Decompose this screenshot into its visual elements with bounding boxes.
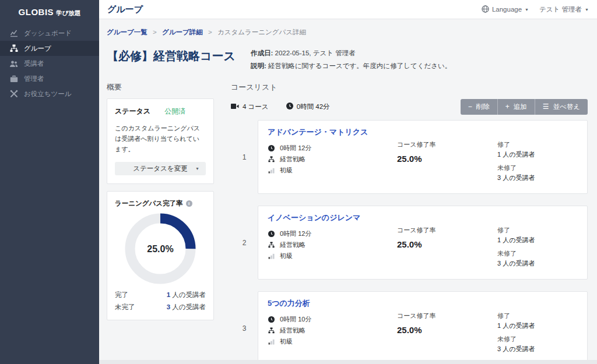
completion-rate-value: 25.0% <box>397 154 497 164</box>
change-status-button[interactable]: ステータスを変更 ▼ <box>115 162 206 175</box>
delete-label: 削除 <box>476 103 490 111</box>
user-menu[interactable]: テスト 管理者 ▼ <box>539 5 589 14</box>
course-title-link[interactable]: 5つの力分析 <box>268 298 310 309</box>
done-label: 修了 <box>497 140 578 149</box>
done-learners: 1 人の受講者 <box>497 321 578 330</box>
breadcrumb-group-list[interactable]: グループ一覧 <box>107 29 148 36</box>
sidebar-item-dashboard[interactable]: ダッシュボード <box>0 26 99 41</box>
course-category: 経営戦略 <box>268 154 397 165</box>
completion-rate-value: 25.0% <box>397 239 497 249</box>
course-title-link[interactable]: イノベーションのジレンマ <box>268 213 360 223</box>
undone-label: 未修了 <box>497 164 578 172</box>
done-learners: 1 人の受講者 <box>497 236 578 245</box>
category-sitemap-icon <box>268 156 275 162</box>
course-count-label: 4 コース <box>243 103 269 111</box>
donut-center-label: 25.0% <box>147 244 173 254</box>
logo-suffix-text: 学び放題 <box>56 9 80 17</box>
dashboard-chart-icon <box>9 29 18 38</box>
course-category: 経営戦略 <box>268 239 397 250</box>
sort-label: 並べ替え <box>553 103 580 111</box>
level-icon <box>268 167 275 174</box>
info-icon[interactable]: i <box>186 200 192 207</box>
course-card: アドバンテージ・マトリクス 0時間 12分 <box>258 120 588 194</box>
course-title-link[interactable]: アドバンテージ・マトリクス <box>268 127 368 137</box>
users-icon <box>9 59 18 68</box>
briefcase-icon <box>9 75 18 83</box>
delete-button[interactable]: − 削除 <box>461 99 498 115</box>
breadcrumb-separator: > <box>153 29 157 36</box>
chevron-down-icon: ▼ <box>525 8 529 12</box>
breadcrumb-group-detail[interactable]: グループ詳細 <box>162 29 203 36</box>
course-level: 初級 <box>268 336 397 347</box>
course-learner-status: 修了 1 人の受講者 未修了 3 人の受講者 <box>497 126 578 187</box>
footer-strip <box>99 360 597 364</box>
logo-brand-text: GLOBIS <box>19 7 54 17</box>
course-number: 3 <box>231 291 258 360</box>
language-menu[interactable]: Language ▼ <box>482 5 529 14</box>
clock-icon <box>268 316 275 323</box>
done-label: 修了 <box>497 312 578 320</box>
globis-logo[interactable]: GLOBIS 学び放題 <box>0 0 99 26</box>
total-time: 0時間 42分 <box>286 103 330 111</box>
add-button[interactable]: + 追加 <box>498 99 535 115</box>
status-card: ステータス 公開済 このカスタムラーニングパスは受講者へ割り当てられています。 … <box>107 98 214 184</box>
course-completion: コース修了率 25.0% <box>397 126 497 187</box>
page-meta: 作成日: 2022-05-15, テスト 管理者 説明: 経営戦略に関するコース… <box>251 48 451 75</box>
video-icon <box>231 103 239 111</box>
sidebar-item-admins[interactable]: 管理者 <box>0 71 99 86</box>
description-label: 説明: <box>251 62 266 69</box>
tools-icon <box>9 90 18 98</box>
done-learners: 1 人の受講者 <box>497 150 578 159</box>
legend-done-label: 完了 <box>115 291 128 299</box>
topbar: グループ Language ▼ テスト 管理者 ▼ <box>99 0 597 19</box>
sidebar-item-label: グループ <box>24 44 51 53</box>
plus-icon: + <box>505 103 510 111</box>
created-value: 2022-05-15, テスト 管理者 <box>275 50 355 56</box>
breadcrumb-separator: > <box>208 29 212 36</box>
course-duration: 0時間 12分 <box>268 228 397 239</box>
course-duration: 0時間 10分 <box>268 314 397 325</box>
course-row: 3 5つの力分析 0時間 10分 <box>231 291 588 360</box>
minus-icon: − <box>468 103 472 111</box>
course-category: 経営戦略 <box>268 325 397 336</box>
chevron-down-icon: ▼ <box>195 167 199 171</box>
course-list-section-title: コースリスト <box>231 82 588 93</box>
completion-rate-label: コース修了率 <box>397 312 497 320</box>
category-sitemap-icon <box>268 242 275 248</box>
page-head: 【必修】経営戦略コース 作成日: 2022-05-15, テスト 管理者 説明:… <box>107 48 588 75</box>
legend-row-done: 完了 1 人の受講者 <box>115 291 206 299</box>
page-section-title: グループ <box>107 4 143 15</box>
category-sitemap-icon <box>268 327 275 334</box>
sidebar-item-tools[interactable]: お役立ちツール <box>0 86 99 101</box>
course-duration: 0時間 12分 <box>268 143 397 154</box>
status-note: このカスタムラーニングパスは受講者へ割り当てられています。 <box>115 123 206 154</box>
legend-done-suffix: 人の受講者 <box>170 291 206 298</box>
user-name-label: テスト 管理者 <box>539 5 582 14</box>
completion-rate-label: コース修了率 <box>397 226 497 235</box>
course-card: 5つの力分析 0時間 10分 <box>258 291 588 360</box>
sort-button[interactable]: ☰ 並べ替え <box>535 99 588 115</box>
undone-label: 未修了 <box>497 335 578 344</box>
change-status-label: ステータスを変更 <box>133 165 187 172</box>
add-label: 追加 <box>514 103 527 111</box>
legend-undone-suffix: 人の受講者 <box>170 303 206 310</box>
sidebar-nav: ダッシュボード グループ 受講者 管理者 <box>0 26 99 101</box>
reorder-icon: ☰ <box>543 103 549 111</box>
course-actions: − 削除 + 追加 ☰ 並べ替え <box>461 99 588 115</box>
course-completion: コース修了率 25.0% <box>397 211 497 273</box>
topbar-right: Language ▼ テスト 管理者 ▼ <box>482 5 589 14</box>
clock-icon <box>268 145 275 151</box>
course-learner-status: 修了 1 人の受講者 未修了 3 人の受講者 <box>497 297 578 358</box>
sidebar-item-learners[interactable]: 受講者 <box>0 56 99 71</box>
course-count: 4 コース <box>231 103 269 111</box>
course-number: 2 <box>231 206 258 280</box>
course-card: イノベーションのジレンマ 0時間 12分 <box>258 206 588 280</box>
sidebar-item-groups[interactable]: グループ <box>0 41 99 56</box>
level-icon <box>268 338 275 345</box>
course-duration-label: 0時間 10分 <box>280 315 311 324</box>
course-duration-label: 0時間 12分 <box>280 229 311 238</box>
total-time-label: 0時間 42分 <box>297 103 330 111</box>
course-row: 2 イノベーションのジレンマ 0時間 12分 <box>231 206 588 280</box>
undone-learners: 3 人の受講者 <box>497 174 578 182</box>
main-area: グループ Language ▼ テスト 管理者 ▼ グループ一覧 > <box>99 0 597 364</box>
